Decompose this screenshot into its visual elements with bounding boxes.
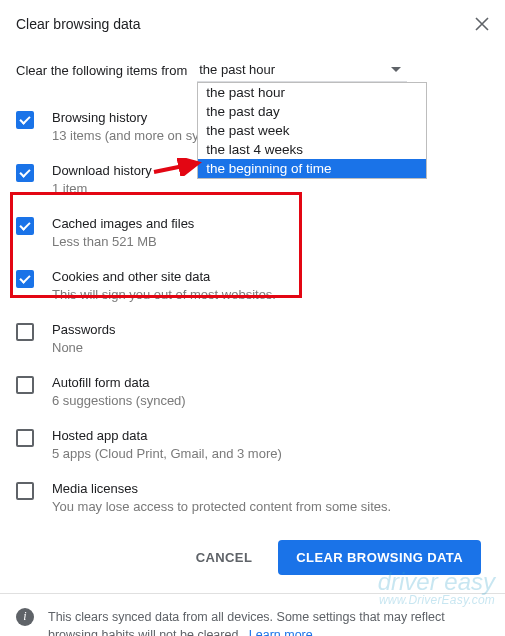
option-subtitle: 1 item	[52, 181, 481, 196]
checkbox[interactable]	[16, 217, 34, 235]
time-range-value: the past hour	[199, 62, 275, 77]
option-title: Passwords	[52, 322, 481, 337]
dropdown-option[interactable]: the last 4 weeks	[198, 140, 426, 159]
dropdown-option[interactable]: the beginning of time	[198, 159, 426, 178]
option-media-licenses: Media licenses You may lose access to pr…	[16, 471, 481, 524]
checkbox[interactable]	[16, 270, 34, 288]
footer-notice: i This clears synced data from all devic…	[0, 593, 505, 636]
option-autofill: Autofill form data 6 suggestions (synced…	[16, 365, 481, 418]
option-cookies: Cookies and other site data This will si…	[16, 259, 481, 312]
checkbox[interactable]	[16, 429, 34, 447]
dialog-title: Clear browsing data	[16, 16, 141, 32]
learn-more-link[interactable]: Learn more	[249, 628, 313, 636]
option-title: Hosted app data	[52, 428, 481, 443]
option-title: Media licenses	[52, 481, 481, 496]
option-title: Cookies and other site data	[52, 269, 481, 284]
dialog-actions: CANCEL CLEAR BROWSING DATA	[16, 524, 489, 593]
cancel-button[interactable]: CANCEL	[178, 540, 271, 575]
time-range-label: Clear the following items from	[16, 63, 187, 78]
time-range-dropdown[interactable]: the past hour the past hour the past day…	[197, 58, 407, 82]
option-passwords: Passwords None	[16, 312, 481, 365]
option-title: Cached images and files	[52, 216, 481, 231]
option-subtitle: None	[52, 340, 481, 355]
time-range-options[interactable]: the past hour the past day the past week…	[197, 82, 427, 179]
option-subtitle: This will sign you out of most websites.	[52, 287, 481, 302]
checkbox[interactable]	[16, 111, 34, 129]
clear-button[interactable]: CLEAR BROWSING DATA	[278, 540, 481, 575]
checkbox[interactable]	[16, 482, 34, 500]
close-icon[interactable]	[475, 17, 489, 31]
dropdown-option[interactable]: the past day	[198, 102, 426, 121]
time-range-row: Clear the following items from the past …	[16, 58, 489, 86]
footer-text: This clears synced data from all devices…	[48, 610, 445, 636]
chevron-down-icon	[391, 67, 401, 72]
checkbox[interactable]	[16, 164, 34, 182]
dialog-header: Clear browsing data	[16, 16, 489, 32]
dropdown-option[interactable]: the past hour	[198, 83, 426, 102]
option-cached-images: Cached images and files Less than 521 MB	[16, 206, 481, 259]
option-subtitle: You may lose access to protected content…	[52, 499, 481, 514]
info-icon: i	[16, 608, 34, 626]
dropdown-option[interactable]: the past week	[198, 121, 426, 140]
option-hosted-app: Hosted app data 5 apps (Cloud Print, Gma…	[16, 418, 481, 471]
option-title: Autofill form data	[52, 375, 481, 390]
option-subtitle: Less than 521 MB	[52, 234, 481, 249]
checkbox[interactable]	[16, 376, 34, 394]
option-subtitle: 6 suggestions (synced)	[52, 393, 481, 408]
checkbox[interactable]	[16, 323, 34, 341]
option-subtitle: 5 apps (Cloud Print, Gmail, and 3 more)	[52, 446, 481, 461]
